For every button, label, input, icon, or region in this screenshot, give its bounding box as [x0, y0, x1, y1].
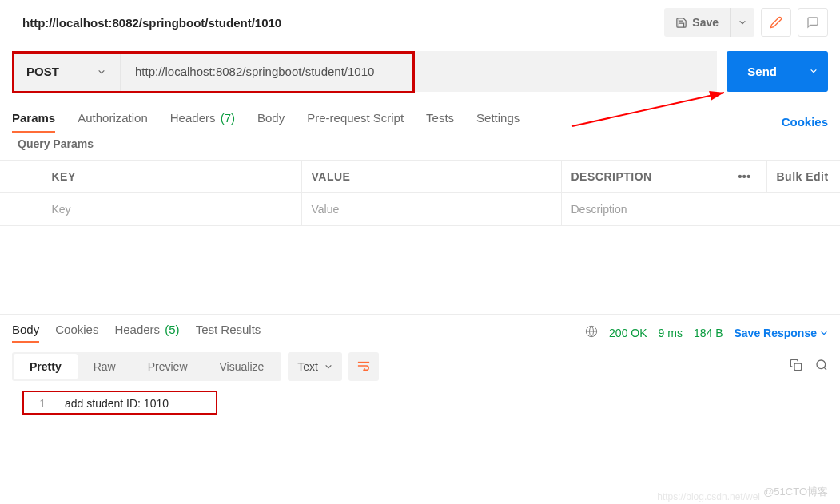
response-size: 184 B	[694, 327, 723, 339]
wrap-icon	[357, 360, 370, 371]
response-tab-test-results[interactable]: Test Results	[196, 323, 261, 343]
search-icon[interactable]	[815, 359, 828, 375]
http-method-select[interactable]: POST	[12, 51, 120, 92]
save-response-button[interactable]: Save Response	[735, 327, 829, 339]
watermark-51cto: @51CTO博客	[763, 485, 828, 499]
status-code: 200 OK	[609, 327, 647, 339]
cookies-link[interactable]: Cookies	[782, 115, 828, 129]
send-dropdown[interactable]	[798, 51, 828, 92]
tab-prerequest[interactable]: Pre-request Script	[307, 111, 404, 133]
chevron-down-icon	[98, 65, 105, 78]
query-params-label: Query Params	[0, 133, 840, 160]
column-key: KEY	[42, 161, 301, 193]
svg-line-6	[824, 367, 826, 370]
column-more-icon[interactable]: •••	[723, 161, 766, 193]
edit-button[interactable]	[761, 8, 791, 37]
tab-tests[interactable]: Tests	[426, 111, 454, 133]
pencil-icon	[770, 16, 782, 29]
chevron-down-icon	[738, 18, 746, 26]
send-button[interactable]: Send	[727, 51, 798, 92]
copy-icon[interactable]	[790, 359, 802, 375]
globe-icon[interactable]	[585, 325, 598, 340]
comment-icon	[806, 16, 819, 29]
tab-settings[interactable]: Settings	[476, 111, 520, 133]
tab-params[interactable]: Params	[12, 111, 55, 133]
comment-button[interactable]	[798, 8, 828, 37]
response-tab-body[interactable]: Body	[12, 323, 39, 343]
chevron-down-icon	[324, 363, 332, 371]
save-button[interactable]: Save	[664, 8, 730, 37]
tab-title: http://localhost:8082/springboot/student…	[22, 16, 281, 30]
chevron-down-icon	[810, 67, 818, 75]
description-input[interactable]: Description	[561, 193, 840, 226]
wrap-lines-button[interactable]	[348, 352, 379, 381]
response-text: add student ID: 1010	[65, 397, 169, 410]
response-line: 1 add student ID: 1010	[12, 394, 828, 413]
save-label: Save	[692, 16, 719, 29]
column-value: VALUE	[301, 161, 561, 193]
save-dropdown[interactable]	[730, 8, 754, 37]
line-number: 1	[25, 397, 46, 410]
save-icon	[675, 17, 687, 29]
response-tab-headers[interactable]: Headers (5)	[114, 323, 179, 343]
query-params-table: KEY VALUE DESCRIPTION ••• Bulk Edit Key …	[0, 160, 840, 226]
tab-authorization[interactable]: Authorization	[78, 111, 148, 133]
key-input[interactable]: Key	[42, 193, 301, 226]
value-input[interactable]: Value	[301, 193, 561, 226]
tab-headers[interactable]: Headers (7)	[170, 111, 235, 133]
table-row[interactable]: Key Value Description	[0, 193, 840, 226]
response-time: 9 ms	[659, 327, 683, 339]
response-tab-cookies[interactable]: Cookies	[55, 323, 98, 343]
view-pretty[interactable]: Pretty	[14, 354, 78, 379]
svg-rect-4	[794, 363, 802, 371]
view-raw[interactable]: Raw	[78, 354, 132, 379]
format-select[interactable]: Text	[288, 352, 342, 381]
svg-point-5	[817, 360, 826, 369]
tab-body[interactable]: Body	[257, 111, 285, 133]
view-visualize[interactable]: Visualize	[204, 354, 281, 379]
watermark-csdn: https://blog.csdn.net/wei	[657, 491, 760, 502]
bulk-edit-button[interactable]: Bulk Edit	[766, 161, 840, 193]
column-description: DESCRIPTION	[561, 161, 723, 193]
view-preview[interactable]: Preview	[132, 354, 204, 379]
url-input[interactable]	[120, 51, 717, 92]
chevron-down-icon	[820, 329, 828, 337]
method-label: POST	[26, 65, 59, 78]
